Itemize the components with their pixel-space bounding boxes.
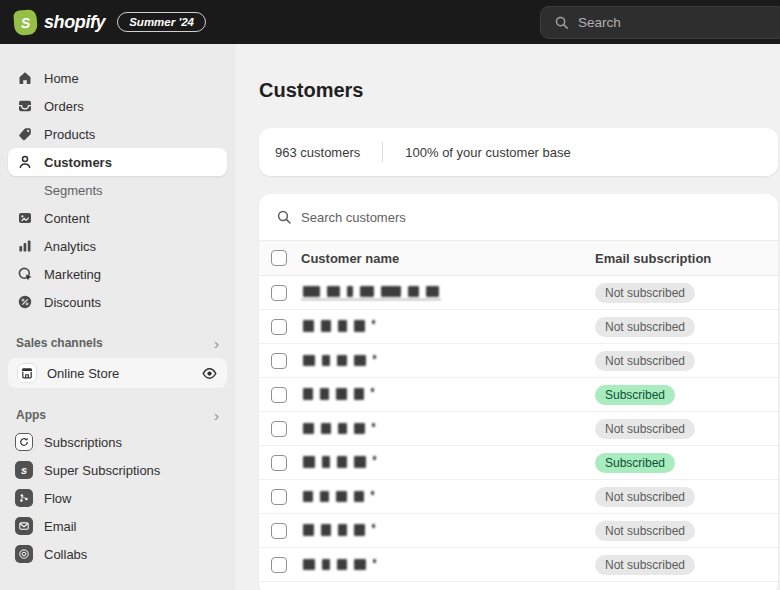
sidebar-item-analytics[interactable]: Analytics: [8, 232, 227, 260]
app-label: Flow: [44, 491, 71, 506]
apps-header[interactable]: Apps ›: [0, 402, 235, 428]
sidebar-item-flow[interactable]: Flow: [8, 484, 227, 512]
row-checkbox[interactable]: [271, 319, 287, 335]
sidebar-item-label: Customers: [44, 155, 112, 170]
row-checkbox[interactable]: [271, 557, 287, 573]
sidebar-item-products[interactable]: Products: [8, 120, 227, 148]
subscription-cell: Not subscribed: [595, 317, 778, 337]
analytics-icon: [16, 238, 33, 255]
sidebar-item-label: Segments: [44, 183, 103, 198]
app-label: Email: [44, 519, 77, 534]
subscription-badge: Not subscribed: [595, 419, 695, 439]
subscriptions-app-icon: [15, 433, 33, 451]
release-badge[interactable]: Summer '24: [117, 12, 206, 32]
customers-search[interactable]: [259, 194, 778, 240]
super-subscriptions-app-icon: s: [15, 461, 33, 479]
global-search[interactable]: [540, 6, 780, 39]
table-row[interactable]: Not subscribed: [259, 514, 778, 548]
shopify-bag-icon: S: [13, 9, 38, 36]
subscription-cell: Not subscribed: [595, 521, 778, 541]
table-row[interactable]: Subscribed: [259, 446, 778, 480]
eye-icon[interactable]: [201, 365, 218, 382]
sidebar-item-home[interactable]: Home: [8, 64, 227, 92]
row-checkbox[interactable]: [271, 489, 287, 505]
sidebar-item-collabs[interactable]: Collabs: [8, 540, 227, 568]
sidebar-item-segments[interactable]: Segments: [8, 176, 227, 204]
customers-search-input[interactable]: [301, 210, 761, 225]
sidebar-item-customers[interactable]: Customers: [8, 148, 227, 176]
sidebar-item-super-subscriptions[interactable]: s Super Subscriptions: [8, 456, 227, 484]
sidebar-item-content[interactable]: Content: [8, 204, 227, 232]
divider: [382, 142, 383, 162]
subscription-badge: Not subscribed: [595, 555, 695, 575]
sidebar-item-marketing[interactable]: Marketing: [8, 260, 227, 288]
sidebar-item-label: Marketing: [44, 267, 101, 282]
table-row[interactable]: Not subscribed: [259, 344, 778, 378]
table-body: Not subscribed Not subscribed Not subscr…: [259, 276, 778, 582]
chevron-right-icon: ›: [214, 336, 219, 351]
sidebar-item-label: Products: [44, 127, 95, 142]
table-row[interactable]: Not subscribed: [259, 276, 778, 310]
subscription-cell: Not subscribed: [595, 487, 778, 507]
table-header: Customer name Email subscription: [259, 240, 778, 276]
topbar: S shopify Summer '24: [0, 0, 780, 44]
sales-channels-header[interactable]: Sales channels ›: [0, 330, 235, 356]
search-icon: [554, 15, 569, 30]
shopify-wordmark: shopify: [44, 12, 105, 33]
sidebar-item-online-store[interactable]: Online Store: [8, 358, 227, 388]
subscription-badge: Subscribed: [595, 453, 675, 473]
row-checkbox[interactable]: [271, 455, 287, 471]
storefront-icon: [17, 363, 37, 383]
email-app-icon: [15, 517, 33, 535]
content-icon: [16, 210, 33, 227]
orders-icon: [16, 98, 33, 115]
sidebar-item-email[interactable]: Email: [8, 512, 227, 540]
customer-name-redacted: [301, 490, 376, 504]
customer-count: 963 customers: [275, 145, 360, 160]
table-row[interactable]: Not subscribed: [259, 548, 778, 582]
sidebar-item-label: Content: [44, 211, 90, 226]
shopify-admin: S shopify Summer '24 Home Orders Product…: [0, 0, 780, 590]
sidebar-item-label: Home: [44, 71, 79, 86]
subscription-badge: Not subscribed: [595, 317, 695, 337]
customer-name-redacted: [301, 455, 378, 470]
section-label: Apps: [16, 408, 46, 422]
customer-name-redacted: [301, 558, 378, 572]
select-all-checkbox[interactable]: [271, 250, 287, 266]
sidebar-item-label: Analytics: [44, 239, 96, 254]
global-search-input[interactable]: [578, 15, 772, 30]
sidebar-item-orders[interactable]: Orders: [8, 92, 227, 120]
marketing-icon: [16, 266, 33, 283]
customer-base-percent: 100% of your customer base: [405, 145, 570, 160]
section-label: Sales channels: [16, 336, 103, 350]
sidebar-item-subscriptions[interactable]: Subscriptions: [8, 428, 227, 456]
subscription-cell: Not subscribed: [595, 555, 778, 575]
customer-name-redacted: [301, 387, 376, 402]
sidebar-item-discounts[interactable]: Discounts: [8, 288, 227, 316]
column-header-email-subscription: Email subscription: [595, 251, 778, 266]
table-row[interactable]: Subscribed: [259, 378, 778, 412]
channel-label: Online Store: [47, 366, 119, 381]
sidebar-item-label: Discounts: [44, 295, 101, 310]
subscription-badge: Not subscribed: [595, 283, 695, 303]
home-icon: [16, 70, 33, 87]
row-checkbox[interactable]: [271, 387, 287, 403]
chevron-right-icon: ›: [214, 408, 219, 423]
table-row[interactable]: Not subscribed: [259, 480, 778, 514]
table-row[interactable]: Not subscribed: [259, 310, 778, 344]
products-icon: [16, 126, 33, 143]
app-label: Collabs: [44, 547, 87, 562]
row-checkbox[interactable]: [271, 421, 287, 437]
row-checkbox[interactable]: [271, 523, 287, 539]
customers-icon: [16, 154, 33, 171]
row-checkbox[interactable]: [271, 285, 287, 301]
main-content: Customers 963 customers 100% of your cus…: [235, 44, 780, 590]
customer-name-redacted: [301, 354, 378, 368]
customer-summary-card: 963 customers 100% of your customer base: [259, 128, 778, 176]
collabs-app-icon: [15, 545, 33, 563]
subscription-badge: Not subscribed: [595, 487, 695, 507]
table-row[interactable]: Not subscribed: [259, 412, 778, 446]
subscription-cell: Not subscribed: [595, 351, 778, 371]
shopify-logo[interactable]: S shopify: [14, 10, 105, 35]
row-checkbox[interactable]: [271, 353, 287, 369]
